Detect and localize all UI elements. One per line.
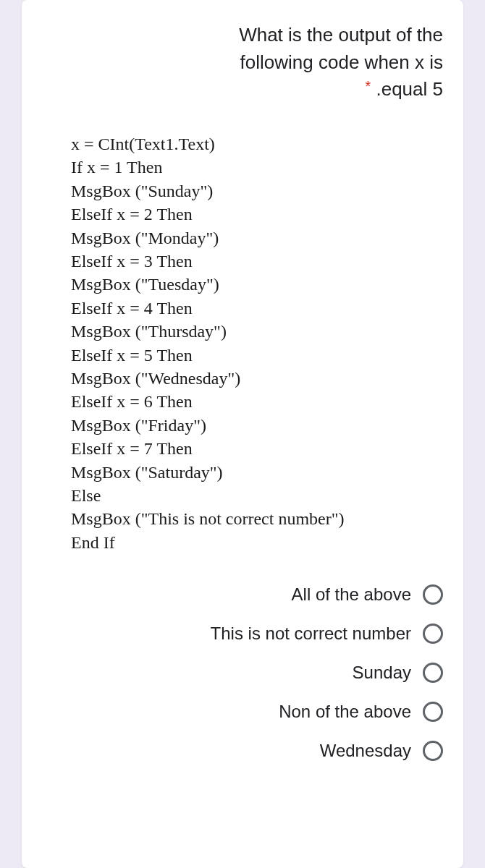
code-line: MsgBox ("Saturday") — [71, 461, 443, 484]
option-label: Wednesday — [320, 741, 411, 761]
code-line: ElseIf x = 2 Then — [71, 203, 443, 226]
option-non-of-above[interactable]: Non of the above — [42, 697, 443, 726]
code-line: End If — [71, 531, 443, 554]
option-label: Non of the above — [279, 702, 411, 722]
code-line: ElseIf x = 3 Then — [71, 250, 443, 273]
code-line: MsgBox ("Sunday") — [71, 179, 443, 203]
radio-icon[interactable] — [423, 584, 443, 605]
option-not-correct-number[interactable]: This is not correct number — [42, 619, 443, 648]
question-line-1: What is the output of the — [239, 24, 443, 46]
radio-icon[interactable] — [423, 663, 443, 683]
code-line: MsgBox ("Friday") — [71, 414, 443, 437]
required-marker: * — [365, 78, 371, 94]
code-line: ElseIf x = 6 Then — [71, 390, 443, 413]
radio-icon[interactable] — [423, 702, 443, 722]
code-block: x = CInt(Text1.Text) If x = 1 Then MsgBo… — [42, 132, 443, 554]
radio-icon[interactable] — [423, 741, 443, 761]
code-line: ElseIf x = 5 Then — [71, 344, 443, 367]
question-line-3: .equal 5 — [376, 78, 443, 100]
option-label: All of the above — [292, 584, 411, 605]
radio-icon[interactable] — [423, 624, 443, 644]
option-label: Sunday — [353, 663, 411, 683]
code-line: MsgBox ("This is not correct number") — [71, 507, 443, 530]
code-line: MsgBox ("Monday") — [71, 226, 443, 250]
question-card: What is the output of the following code… — [22, 0, 463, 868]
code-line: ElseIf x = 4 Then — [71, 297, 443, 320]
option-all-of-above[interactable]: All of the above — [42, 580, 443, 609]
code-line: Else — [71, 484, 443, 507]
code-line: ElseIf x = 7 Then — [71, 437, 443, 460]
question-line-2: following code when x is — [240, 51, 443, 73]
code-line: MsgBox ("Wednesday") — [71, 367, 443, 390]
option-wednesday[interactable]: Wednesday — [42, 736, 443, 765]
code-line: MsgBox ("Thursday") — [71, 320, 443, 343]
options-group: All of the above This is not correct num… — [42, 580, 443, 765]
code-line: MsgBox ("Tuesday") — [71, 273, 443, 296]
option-sunday[interactable]: Sunday — [42, 658, 443, 687]
option-label: This is not correct number — [211, 624, 411, 644]
code-line: If x = 1 Then — [71, 156, 443, 179]
code-line: x = CInt(Text1.Text) — [71, 132, 443, 156]
question-text: What is the output of the following code… — [42, 22, 443, 103]
